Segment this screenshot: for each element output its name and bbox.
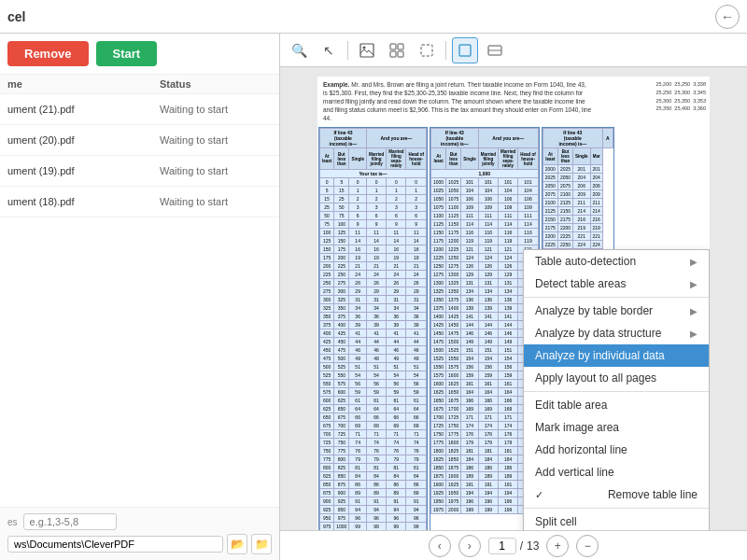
pages-input-row: es bbox=[7, 513, 272, 530]
active-tool-button[interactable] bbox=[452, 37, 478, 63]
context-menu-item[interactable]: Table auto-detection▶ bbox=[524, 250, 709, 273]
svg-rect-3 bbox=[398, 44, 403, 49]
context-menu-item[interactable]: Apply layout to all pages bbox=[524, 367, 709, 389]
page-number-input[interactable] bbox=[488, 538, 516, 554]
image-view-button[interactable] bbox=[354, 37, 380, 63]
table-row: 15017516161616 bbox=[320, 245, 427, 254]
table-row: 20252050204204 bbox=[543, 174, 613, 182]
file-list-header: me Status bbox=[0, 75, 279, 94]
main-layout: Remove Start me Status ument (21).pdf Wa… bbox=[0, 34, 747, 560]
table-row: 55057556565656 bbox=[320, 380, 427, 388]
table-row: 10001025101101101101 bbox=[430, 178, 538, 187]
panel-icon bbox=[487, 43, 502, 58]
table-row: 21252150214214 bbox=[543, 207, 613, 216]
context-menu-item[interactable]: Remove table line bbox=[524, 483, 709, 506]
table-row: 25027526262626 bbox=[320, 279, 427, 287]
pdf-top-numbers: 25,200 25,250 3,338 25,250 25,300 3,345 … bbox=[652, 77, 710, 126]
menu-item-label: Analyze by table border bbox=[535, 304, 653, 317]
context-menu-item[interactable]: Edit table area bbox=[524, 394, 709, 416]
zoom-in-button[interactable]: + bbox=[546, 535, 569, 557]
svg-point-1 bbox=[363, 46, 366, 49]
panel-view-button[interactable] bbox=[482, 37, 508, 63]
pages-label: es bbox=[7, 517, 18, 527]
table-row: 22525024242424 bbox=[320, 271, 427, 279]
table-row: 52555054545454 bbox=[320, 371, 427, 380]
prev-page-button[interactable]: ‹ bbox=[429, 535, 451, 557]
table-row: 85087586868686 bbox=[320, 481, 427, 489]
table-row: 10501075106106106106 bbox=[430, 195, 538, 203]
select-area-button[interactable] bbox=[414, 37, 440, 63]
submenu-arrow: ▶ bbox=[690, 279, 698, 289]
zoom-search-button[interactable]: 🔍 bbox=[286, 37, 312, 63]
active-tool-icon bbox=[458, 43, 472, 58]
col-status-header: Status bbox=[160, 78, 272, 90]
table-row: 35037536363636 bbox=[320, 313, 427, 321]
pages-input[interactable] bbox=[23, 513, 117, 530]
table-row: 17520019191919 bbox=[320, 254, 427, 262]
table-row: 751009999 bbox=[320, 220, 427, 229]
back-button[interactable]: ← bbox=[715, 5, 740, 29]
pdf-page: Example. Mr. and Mrs. Brown are filing a… bbox=[317, 77, 710, 530]
context-menu-item[interactable]: Add horizontal line bbox=[524, 439, 709, 461]
file-status: Waiting to start bbox=[160, 104, 272, 115]
table-row: 12515014141414 bbox=[320, 237, 427, 245]
cursor-button[interactable]: ↖ bbox=[316, 37, 342, 63]
svg-rect-2 bbox=[390, 44, 396, 49]
table-row: 11501175116116116116 bbox=[430, 229, 538, 237]
menu-divider bbox=[524, 297, 709, 298]
pdf-table-1: If line 43(taxableincome) is— And you ar… bbox=[318, 127, 428, 530]
grid-view-button[interactable] bbox=[384, 37, 410, 63]
left-actions: Remove Start bbox=[0, 34, 279, 75]
pdf-top-text: Example. Mr. and Mrs. Brown are filing a… bbox=[317, 77, 598, 126]
folder-open-button[interactable]: 📂 bbox=[227, 534, 247, 554]
table-row: 67570069696969 bbox=[320, 422, 427, 430]
svg-rect-5 bbox=[398, 51, 403, 57]
table-row: 42545044444444 bbox=[320, 338, 427, 346]
context-menu-item[interactable]: Add vertical line bbox=[524, 461, 709, 483]
file-name: ument (19).pdf bbox=[7, 165, 160, 176]
context-menu-item[interactable]: Analyze by table border▶ bbox=[524, 300, 709, 322]
table-row: 30032531313131 bbox=[320, 296, 427, 304]
table-row: 62565064646464 bbox=[320, 405, 427, 413]
file-name: ument (21).pdf bbox=[7, 104, 160, 115]
zoom-out-button[interactable]: − bbox=[576, 535, 599, 557]
menu-item-label: Add horizontal line bbox=[535, 443, 627, 456]
col-name-header: me bbox=[7, 78, 160, 90]
path-input[interactable] bbox=[7, 536, 223, 553]
file-status: Waiting to start bbox=[160, 165, 272, 176]
table-row: 10251050104104104104 bbox=[430, 187, 538, 195]
menu-item-label: Mark image area bbox=[535, 421, 619, 434]
grid-icon bbox=[389, 43, 404, 58]
context-menu-item[interactable]: Split cell bbox=[524, 511, 709, 530]
table-row: 11001125111111111111 bbox=[430, 212, 538, 220]
pdf-area[interactable]: Example. Mr. and Mrs. Brown are filing a… bbox=[280, 67, 747, 530]
context-menu-item[interactable]: Mark image area bbox=[524, 416, 709, 439]
page-info: / 13 bbox=[488, 538, 540, 554]
table-row: 22002225221221 bbox=[543, 232, 613, 241]
app-title: cel bbox=[7, 9, 708, 24]
file-list: ument (21).pdf Waiting to start ument (2… bbox=[0, 94, 279, 507]
top-bar: cel ← bbox=[0, 0, 747, 34]
table-row: 32535034343434 bbox=[320, 304, 427, 313]
table-row: 40042541414141 bbox=[320, 329, 427, 338]
select-area-icon bbox=[419, 43, 434, 58]
next-page-button[interactable]: › bbox=[458, 535, 481, 557]
path-row: 📂 📁 bbox=[7, 534, 272, 554]
table-row: 20022521212121 bbox=[320, 262, 427, 271]
table-row: 87590089898989 bbox=[320, 489, 427, 497]
file-name: ument (20).pdf bbox=[7, 134, 160, 146]
submenu-arrow: ▶ bbox=[690, 306, 698, 316]
menu-divider bbox=[524, 508, 709, 509]
table-row: 20502075206206 bbox=[543, 182, 613, 190]
toolbar-divider-1 bbox=[347, 41, 348, 60]
context-menu-item[interactable]: Analyze by individual data bbox=[524, 344, 709, 367]
remove-button[interactable]: Remove bbox=[7, 41, 89, 66]
folder-browse-button[interactable]: 📁 bbox=[251, 534, 272, 554]
table-row: 10751100109109109109 bbox=[430, 203, 538, 212]
start-button[interactable]: Start bbox=[96, 41, 158, 66]
context-menu-item[interactable]: Detect table areas▶ bbox=[524, 273, 709, 295]
table-row: 5151111 bbox=[320, 187, 427, 195]
table-row: 21752200219219 bbox=[543, 224, 613, 232]
table-row: 57560059595959 bbox=[320, 388, 427, 397]
context-menu-item[interactable]: Analyze by data structure▶ bbox=[524, 322, 709, 344]
